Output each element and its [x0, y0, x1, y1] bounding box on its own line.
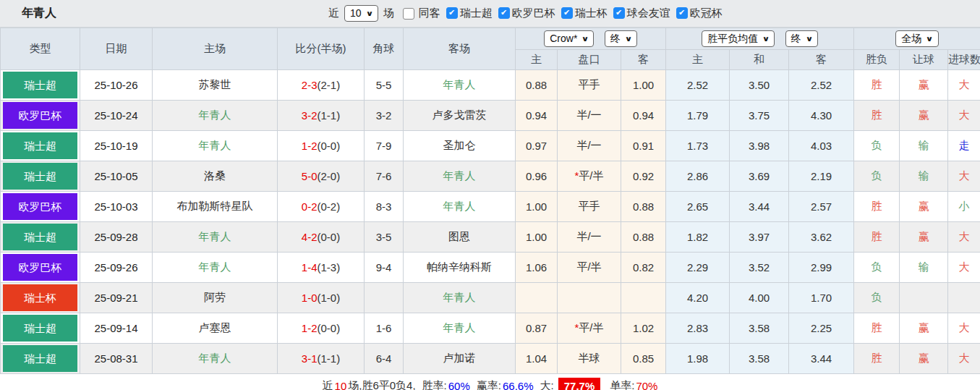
home-team-cell[interactable]: 阿劳: [153, 283, 278, 313]
away-team-cell[interactable]: 卢加诺: [404, 344, 516, 374]
odds-draw-cell: 3.69: [730, 161, 789, 192]
home-team-cell[interactable]: 年青人: [153, 253, 278, 283]
ah-home-odds-cell: 1.04: [516, 344, 558, 374]
ah-away-odds-cell: 0.82: [621, 253, 666, 283]
away-team-cell[interactable]: 卢多戈雷茨: [404, 101, 516, 131]
score-cell[interactable]: 3-2(1-1): [278, 101, 365, 131]
handicap-change-star: *: [574, 321, 579, 334]
score-cell[interactable]: 4-2(0-0): [278, 222, 365, 253]
filter-controls: 近 10 ∨ 场 同客 瑞士超欧罗巴杯瑞士杯球会友谊欧冠杯: [327, 0, 724, 27]
handicap-cell: 半/一: [558, 222, 621, 253]
table-row: 瑞士超25-09-14卢塞恩1-2(0-0)1-6年青人0.87*平/半1.02…: [1, 313, 980, 344]
odds-draw-cell: 3.44: [730, 192, 789, 222]
goals-result-cell: 大: [948, 253, 980, 283]
ah-group-header: Crow* ∨ 终 ∨: [516, 28, 666, 50]
home-team-cell[interactable]: 年青人: [153, 101, 278, 131]
corner-cell: [365, 283, 404, 313]
handicap-cell: *平/半: [558, 313, 621, 344]
handicap-cell: 半/一: [558, 131, 621, 161]
league-type-cell: 瑞士杯: [1, 283, 80, 313]
odds-away-cell: 2.19: [789, 161, 854, 192]
away-team-cell[interactable]: 年青人: [404, 192, 516, 222]
score-cell[interactable]: 0-2(0-2): [278, 192, 365, 222]
winloss-result-cell: 负: [854, 283, 900, 313]
league-checkbox[interactable]: [613, 7, 625, 19]
matches-label: 场: [383, 7, 394, 20]
odds-home-cell: 1.73: [666, 131, 730, 161]
same-away-checkbox[interactable]: [403, 8, 414, 20]
home-team-cell[interactable]: 洛桑: [153, 161, 278, 192]
fulltime-score: 1-0: [302, 292, 318, 304]
odds-draw-cell: 3.75: [730, 101, 789, 131]
away-team-cell[interactable]: 年青人: [404, 161, 516, 192]
home-team-cell[interactable]: 年青人: [153, 131, 278, 161]
ah-time-select[interactable]: 终 ∨: [605, 30, 637, 47]
halftime-score: (0-2): [318, 200, 341, 213]
scope-value: 全场: [901, 33, 921, 45]
handicap-cell: 半/一: [558, 101, 621, 131]
summary-handicap-label: 赢率:: [477, 379, 501, 390]
halftime-score: (1-0): [318, 292, 341, 304]
home-team-cell[interactable]: 布加勒斯特星队: [153, 192, 278, 222]
ah-company-select[interactable]: Crow* ∨: [544, 30, 594, 47]
score-cell[interactable]: 2-3(2-1): [278, 70, 365, 101]
odds-away-cell: 2.57: [789, 192, 854, 222]
table-row: 瑞士超25-09-28年青人4-2(0-0)3-5图恩1.00半/一0.881.…: [1, 222, 980, 253]
league-checkbox[interactable]: [676, 7, 688, 19]
date-cell: 25-09-21: [80, 283, 153, 313]
away-team-cell[interactable]: 年青人: [404, 313, 516, 344]
handicap-cell: [558, 283, 621, 313]
odds-home-cell: 2.29: [666, 253, 730, 283]
winloss-result-cell: 胜: [854, 70, 900, 101]
match-count-select[interactable]: 10 ∨: [344, 5, 378, 22]
score-cell[interactable]: 1-2(0-0): [278, 131, 365, 161]
league-checkbox[interactable]: [561, 7, 573, 19]
odds-group-header: 胜平负均值 ∨ 终 ∨: [666, 28, 854, 50]
odds-home-cell: 2.52: [666, 70, 730, 101]
handicap-result-cell: 赢: [900, 70, 948, 101]
ah-home-odds-cell: 0.87: [516, 313, 558, 344]
goals-result-cell: 小: [948, 192, 980, 222]
odds-time-select[interactable]: 终 ∨: [785, 30, 818, 47]
league-checkbox[interactable]: [498, 7, 510, 19]
home-team-cell[interactable]: 年青人: [153, 344, 278, 374]
scope-select[interactable]: 全场 ∨: [895, 30, 938, 47]
handicap-result-cell: 赢: [900, 222, 948, 253]
away-team-cell[interactable]: 年青人: [404, 70, 516, 101]
league-badge: 瑞士杯: [3, 284, 77, 311]
winloss-result-cell: 胜: [854, 192, 900, 222]
ah-away-odds-cell: 1.00: [621, 70, 666, 101]
ah-home-odds-cell: 0.96: [516, 161, 558, 192]
league-checkbox[interactable]: [446, 7, 458, 19]
chevron-down-icon: ∨: [762, 33, 770, 45]
score-cell[interactable]: 3-1(1-1): [278, 344, 365, 374]
corner-cell: 3-5: [365, 222, 404, 253]
away-team-cell[interactable]: 图恩: [404, 222, 516, 253]
col-header-date: 日期: [80, 28, 153, 70]
score-cell[interactable]: 1-2(0-0): [278, 313, 365, 344]
score-cell[interactable]: 5-0(2-0): [278, 161, 365, 192]
league-type-cell: 瑞士超: [1, 70, 80, 101]
odds-away-cell: 3.44: [789, 344, 854, 374]
league-type-cell: 瑞士超: [1, 344, 80, 374]
fulltime-score: 2-3: [302, 79, 318, 91]
odds-draw-cell: 4.00: [730, 283, 789, 313]
table-row: 瑞士超25-10-26苏黎世2-3(2-1)5-5年青人0.88平手1.002.…: [1, 70, 980, 101]
home-team-cell[interactable]: 卢塞恩: [153, 313, 278, 344]
score-cell[interactable]: 1-4(1-3): [278, 253, 365, 283]
halftime-score: (0-0): [318, 231, 341, 243]
subcol-odds-home: 主: [666, 50, 730, 70]
date-cell: 25-10-05: [80, 161, 153, 192]
odds-type-select[interactable]: 胜平负均值 ∨: [702, 30, 775, 47]
fulltime-score: 5-0: [302, 170, 318, 182]
home-team-cell[interactable]: 苏黎世: [153, 70, 278, 101]
goals-result-cell: 大: [948, 222, 980, 253]
handicap-cell: *平/半: [558, 161, 621, 192]
score-cell[interactable]: 1-0(1-0): [278, 283, 365, 313]
away-team-cell[interactable]: 年青人: [404, 283, 516, 313]
away-team-cell[interactable]: 帕纳辛纳科斯: [404, 253, 516, 283]
away-team-cell[interactable]: 圣加仑: [404, 131, 516, 161]
home-team-cell[interactable]: 年青人: [153, 222, 278, 253]
summary-big-value: 77.7%: [558, 378, 601, 390]
league-filter-group: 瑞士超欧罗巴杯瑞士杯球会友谊欧冠杯: [442, 7, 724, 20]
